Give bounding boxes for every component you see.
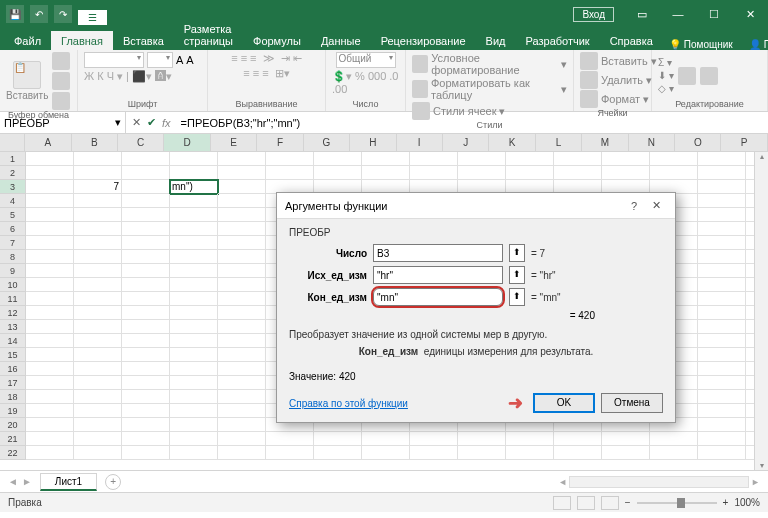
maximize-icon[interactable]: ☐: [696, 0, 732, 28]
cell-b14[interactable]: [74, 334, 122, 348]
cell-c3[interactable]: [122, 180, 170, 194]
cell-d4[interactable]: [170, 194, 218, 208]
cell-b8[interactable]: [74, 250, 122, 264]
cell-d3[interactable]: mn"): [170, 180, 218, 194]
cell-i22[interactable]: [410, 446, 458, 460]
cell-d7[interactable]: [170, 236, 218, 250]
find-select-button[interactable]: [700, 67, 718, 85]
cell-a8[interactable]: [26, 250, 74, 264]
cell-h21[interactable]: [362, 432, 410, 446]
cell-h1[interactable]: [362, 152, 410, 166]
zoom-out-icon[interactable]: −: [625, 497, 631, 508]
cell-e8[interactable]: [218, 250, 266, 264]
cell-o14[interactable]: [698, 334, 746, 348]
cell-o20[interactable]: [698, 418, 746, 432]
cell-l21[interactable]: [554, 432, 602, 446]
cell-d1[interactable]: [170, 152, 218, 166]
cell-e10[interactable]: [218, 278, 266, 292]
cell-b19[interactable]: [74, 404, 122, 418]
cell-f21[interactable]: [266, 432, 314, 446]
cell-e3[interactable]: [218, 180, 266, 194]
cell-o18[interactable]: [698, 390, 746, 404]
cell-c1[interactable]: [122, 152, 170, 166]
insert-cells-button[interactable]: Вставить ▾: [580, 52, 657, 70]
cell-c16[interactable]: [122, 362, 170, 376]
cell-c7[interactable]: [122, 236, 170, 250]
sheet-tab[interactable]: Лист1: [40, 473, 97, 491]
cell-b13[interactable]: [74, 320, 122, 334]
cancel-button[interactable]: Отмена: [601, 393, 663, 413]
tab-data[interactable]: Данные: [311, 31, 371, 50]
vertical-scrollbar[interactable]: [754, 152, 768, 470]
sheet-next-icon[interactable]: ►: [22, 476, 32, 487]
save-icon[interactable]: 💾: [6, 5, 24, 23]
arg-input-1[interactable]: "hr": [373, 266, 503, 284]
cell-o16[interactable]: [698, 362, 746, 376]
cell-d21[interactable]: [170, 432, 218, 446]
cell-g1[interactable]: [314, 152, 362, 166]
conditional-format-button[interactable]: Условное форматирование ▾: [412, 52, 567, 76]
row-head-5[interactable]: 5: [0, 208, 26, 222]
cell-o9[interactable]: [698, 264, 746, 278]
name-box[interactable]: ПРЕОБР▾: [0, 112, 126, 133]
cell-a1[interactable]: [26, 152, 74, 166]
clear-button[interactable]: ◇ ▾: [658, 83, 674, 94]
row-head-7[interactable]: 7: [0, 236, 26, 250]
cell-c5[interactable]: [122, 208, 170, 222]
cell-o19[interactable]: [698, 404, 746, 418]
cell-d18[interactable]: [170, 390, 218, 404]
cell-c17[interactable]: [122, 376, 170, 390]
arg-input-0[interactable]: B3: [373, 244, 503, 262]
cell-b5[interactable]: [74, 208, 122, 222]
cell-f22[interactable]: [266, 446, 314, 460]
dialog-close-icon[interactable]: ✕: [645, 199, 667, 212]
cell-o4[interactable]: [698, 194, 746, 208]
share-button[interactable]: 👤 Поделиться: [743, 39, 768, 50]
cell-o15[interactable]: [698, 348, 746, 362]
ribbon-options-icon[interactable]: ▭: [624, 0, 660, 28]
cell-d19[interactable]: [170, 404, 218, 418]
row-head-22[interactable]: 22: [0, 446, 26, 460]
ok-button[interactable]: OK: [533, 393, 595, 413]
cell-a12[interactable]: [26, 306, 74, 320]
col-head-i[interactable]: I: [397, 134, 443, 151]
fx-icon[interactable]: fx: [162, 117, 171, 129]
cut-icon[interactable]: [52, 52, 70, 70]
cell-e4[interactable]: [218, 194, 266, 208]
minimize-icon[interactable]: —: [660, 0, 696, 28]
cell-b9[interactable]: [74, 264, 122, 278]
row-head-10[interactable]: 10: [0, 278, 26, 292]
font-size-select[interactable]: [147, 52, 173, 68]
cell-a3[interactable]: [26, 180, 74, 194]
col-head-b[interactable]: B: [72, 134, 118, 151]
cell-h22[interactable]: [362, 446, 410, 460]
cell-b17[interactable]: [74, 376, 122, 390]
add-sheet-button[interactable]: +: [105, 474, 121, 490]
format-as-table-button[interactable]: Форматировать как таблицу ▾: [412, 77, 567, 101]
cell-a18[interactable]: [26, 390, 74, 404]
col-head-o[interactable]: O: [675, 134, 721, 151]
cell-e9[interactable]: [218, 264, 266, 278]
cell-j22[interactable]: [458, 446, 506, 460]
cell-i21[interactable]: [410, 432, 458, 446]
cell-e7[interactable]: [218, 236, 266, 250]
cell-d12[interactable]: [170, 306, 218, 320]
cell-h2[interactable]: [362, 166, 410, 180]
cell-o11[interactable]: [698, 292, 746, 306]
col-head-l[interactable]: L: [536, 134, 582, 151]
cell-g21[interactable]: [314, 432, 362, 446]
increase-font-icon[interactable]: A: [176, 54, 183, 66]
cell-o7[interactable]: [698, 236, 746, 250]
cell-a16[interactable]: [26, 362, 74, 376]
cell-e5[interactable]: [218, 208, 266, 222]
cell-l22[interactable]: [554, 446, 602, 460]
cell-f1[interactable]: [266, 152, 314, 166]
cell-o10[interactable]: [698, 278, 746, 292]
cell-e6[interactable]: [218, 222, 266, 236]
col-head-p[interactable]: P: [721, 134, 767, 151]
cell-k21[interactable]: [506, 432, 554, 446]
cell-e12[interactable]: [218, 306, 266, 320]
row-head-2[interactable]: 2: [0, 166, 26, 180]
cell-a6[interactable]: [26, 222, 74, 236]
cell-a19[interactable]: [26, 404, 74, 418]
